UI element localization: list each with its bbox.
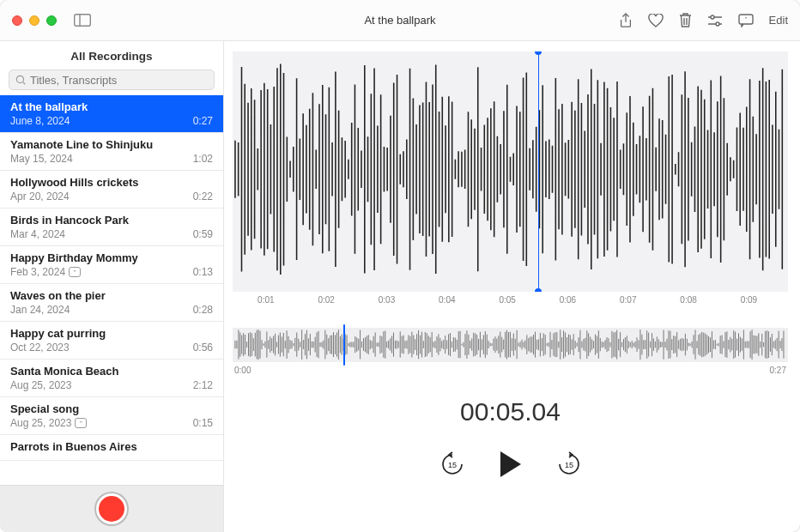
delete-button[interactable] — [679, 13, 692, 27]
waveform-detail[interactable] — [233, 51, 788, 292]
fullscreen-window-button[interactable] — [46, 15, 57, 26]
skip-back-button[interactable]: 15 — [439, 450, 466, 478]
waveform-overview[interactable] — [233, 328, 788, 362]
recording-duration: 0:56 — [193, 342, 213, 354]
settings-sliders-button[interactable] — [707, 15, 723, 27]
playback-controls: 15 15 — [233, 450, 788, 478]
recording-duration: 0:28 — [193, 304, 213, 316]
minimize-window-button[interactable] — [29, 15, 39, 26]
recording-title: Parrots in Buenos Aires — [10, 440, 213, 453]
recording-title: Special song — [10, 402, 213, 415]
current-time: 00:05.04 — [233, 397, 788, 426]
recording-date: Jan 24, 2024 — [10, 304, 70, 316]
recording-date: Mar 4, 2024 — [10, 228, 65, 240]
recording-item[interactable]: Happy Birthday MommyFeb 3, 2024"0:13 — [0, 246, 223, 284]
edit-button[interactable]: Edit — [769, 14, 788, 27]
recording-date: June 8, 2024 — [10, 115, 70, 127]
overview-start-label: 0:00 — [234, 366, 251, 375]
overview-end-label: 0:27 — [770, 366, 786, 375]
recording-duration: 2:12 — [193, 379, 213, 391]
skip-forward-button[interactable]: 15 — [555, 450, 583, 478]
recording-duration: 0:15 — [193, 417, 213, 429]
svg-rect-0 — [75, 15, 91, 27]
svg-text:": " — [744, 16, 747, 22]
recording-date: Aug 25, 2023 — [10, 379, 71, 391]
recording-date: Aug 25, 2023" — [10, 417, 87, 429]
svg-point-3 — [711, 15, 714, 19]
time-tick: 0:08 — [680, 295, 696, 305]
titlebar: At the ballpark — [0, 0, 800, 41]
recording-item[interactable]: Happy cat purringOct 22, 20230:56 — [0, 322, 223, 360]
record-button[interactable] — [96, 493, 127, 524]
recording-item[interactable]: At the ballparkJune 8, 20240:27 — [0, 95, 223, 133]
recording-title: Birds in Hancock Park — [10, 214, 213, 227]
time-tick: 0:03 — [379, 295, 395, 305]
recording-date: May 15, 2024 — [10, 153, 73, 165]
sidebar: All Recordings At the ballparkJune 8, 20… — [0, 41, 224, 532]
svg-text:15: 15 — [447, 461, 456, 469]
playhead[interactable] — [538, 51, 539, 292]
time-tick: 0:04 — [439, 295, 455, 305]
recording-title: Happy Birthday Mommy — [10, 251, 213, 264]
recording-duration: 0:59 — [193, 228, 213, 240]
recording-item[interactable]: Special songAug 25, 2023"0:15 — [0, 397, 223, 435]
recording-date: Feb 3, 2024" — [10, 266, 81, 278]
sidebar-toggle-button[interactable] — [74, 14, 91, 27]
recordings-list: At the ballparkJune 8, 20240:27Yamanote … — [0, 95, 223, 485]
recording-duration: 0:13 — [193, 266, 213, 278]
playhead-handle-bottom[interactable] — [535, 288, 542, 292]
recording-title: Happy cat purring — [10, 327, 213, 340]
recording-duration: 0:22 — [193, 190, 213, 203]
close-window-button[interactable] — [12, 15, 22, 26]
recording-duration: 1:02 — [193, 153, 213, 165]
recording-item[interactable]: Yamanote Line to ShinjukuMay 15, 20241:0… — [0, 133, 223, 171]
favorite-button[interactable] — [648, 14, 664, 27]
recording-date: Apr 20, 2024 — [10, 190, 70, 203]
recording-item[interactable]: Santa Monica BeachAug 25, 20232:12 — [0, 360, 223, 397]
recording-title: At the ballpark — [10, 100, 213, 113]
recording-title: Waves on the pier — [10, 289, 213, 302]
recording-item[interactable]: Waves on the pierJan 24, 20240:28 — [0, 284, 223, 322]
recording-date: Oct 22, 2023 — [10, 342, 70, 354]
play-button[interactable] — [500, 451, 521, 477]
transcript-button[interactable]: " — [738, 14, 754, 27]
sidebar-heading: All Recordings — [0, 41, 223, 70]
time-ruler: 0:010:020:030:040:050:060:070:080:09 — [233, 293, 788, 311]
time-tick: 0:09 — [741, 295, 757, 305]
main-panel: 0:010:020:030:040:050:060:070:080:09 0:0… — [224, 41, 800, 532]
svg-point-5 — [716, 22, 719, 26]
recording-title: Yamanote Line to Shinjuku — [10, 138, 213, 151]
window-controls — [12, 15, 57, 26]
search-input[interactable] — [9, 70, 215, 90]
recording-item[interactable]: Parrots in Buenos Aires — [0, 435, 223, 461]
time-tick: 0:01 — [258, 295, 274, 305]
recording-item[interactable]: Hollywood Hills cricketsApr 20, 20240:22 — [0, 171, 223, 209]
recording-title: Santa Monica Beach — [10, 365, 213, 378]
time-tick: 0:07 — [620, 295, 636, 305]
record-bar — [0, 485, 223, 532]
window-title: At the ballpark — [364, 14, 435, 27]
transcript-icon: " — [69, 267, 81, 277]
time-tick: 0:06 — [560, 295, 576, 305]
recording-item[interactable]: Birds in Hancock ParkMar 4, 20240:59 — [0, 209, 223, 246]
svg-text:15: 15 — [564, 461, 573, 469]
time-tick: 0:02 — [318, 295, 334, 305]
time-tick: 0:05 — [499, 295, 515, 305]
share-button[interactable] — [619, 13, 633, 28]
recording-title: Hollywood Hills crickets — [10, 176, 213, 189]
transcript-icon: " — [75, 418, 87, 428]
recording-duration: 0:27 — [193, 115, 213, 127]
